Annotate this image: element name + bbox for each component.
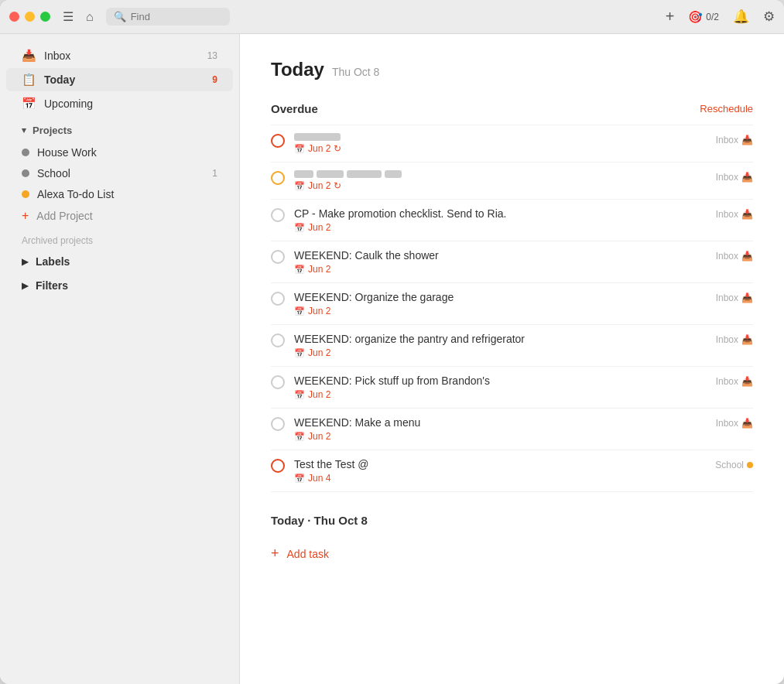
page-title: Today	[271, 59, 324, 80]
labels-item[interactable]: ▶ Labels	[6, 250, 233, 273]
filters-label: Filters	[36, 279, 68, 292]
task-meta: 📅 Jun 2	[294, 431, 707, 442]
task-date: Jun 2	[308, 222, 330, 233]
task-content: WEEKEND: Caulk the shower 📅 Jun 2	[294, 249, 707, 275]
task-meta: 📅 Jun 2 ↻	[294, 180, 707, 191]
progress-label: 0/2	[706, 12, 719, 22]
blur-block	[294, 133, 341, 141]
table-row[interactable]: CP - Make promotion checklist. Send to R…	[271, 200, 753, 241]
task-content: 📅 Jun 2 ↻	[294, 133, 707, 154]
inbox-task-icon: 📥	[741, 251, 753, 262]
task-date: Jun 2	[308, 347, 330, 358]
filters-item[interactable]: ▶ Filters	[6, 274, 233, 297]
inbox-task-icon: 📥	[741, 334, 753, 345]
task-title-blurred	[294, 170, 707, 178]
add-project-button[interactable]: + Add Project	[6, 205, 233, 227]
table-row[interactable]: WEEKEND: Organize the garage 📅 Jun 2 Inb…	[271, 283, 753, 325]
task-right: Inbox 📥	[716, 135, 753, 145]
titlebar-controls: ☰ ⌂ 🔍	[63, 8, 666, 26]
task-content: WEEKEND: Make a menu 📅 Jun 2	[294, 416, 707, 442]
calendar-icon: 📅	[294, 390, 305, 400]
task-right: School	[715, 460, 753, 470]
calendar-icon: 📅	[294, 265, 305, 275]
upcoming-label: Upcoming	[44, 97, 217, 110]
task-checkbox[interactable]	[271, 292, 285, 306]
task-date: Jun 2	[308, 264, 330, 275]
task-checkbox[interactable]	[271, 171, 285, 185]
add-project-icon: +	[22, 209, 29, 223]
add-task-icon: +	[271, 545, 279, 562]
school-count: 1	[212, 168, 217, 179]
home-icon[interactable]: ⌂	[86, 10, 94, 24]
projects-section-header[interactable]: ▾ Projects	[6, 120, 233, 141]
sidebar-item-today[interactable]: 📋 Today 9	[6, 68, 233, 91]
table-row[interactable]: WEEKEND: Caulk the shower 📅 Jun 2 Inbox …	[271, 241, 753, 283]
progress-badge: 🎯 0/2	[688, 10, 719, 24]
table-row[interactable]: 📅 Jun 2 ↻ Inbox 📥	[271, 125, 753, 162]
task-checkbox[interactable]	[271, 417, 285, 431]
repeat-icon: ↻	[334, 180, 341, 191]
task-date: Jun 2	[308, 180, 330, 191]
sidebar-item-housework[interactable]: House Work	[6, 142, 233, 162]
task-right: Inbox 📥	[716, 251, 753, 262]
close-button[interactable]	[9, 12, 19, 22]
school-dot	[22, 169, 29, 177]
calendar-icon: 📅	[294, 181, 305, 191]
table-row[interactable]: 📅 Jun 2 ↻ Inbox 📥	[271, 162, 753, 200]
labels-label: Labels	[36, 255, 70, 268]
main-layout: 📥 Inbox 13 📋 Today 9 📅 Upcoming ▾ Projec…	[0, 34, 784, 684]
add-task-row[interactable]: + Add task	[271, 539, 753, 568]
inbox-task-label: Inbox	[716, 135, 738, 145]
inbox-task-icon: 📥	[741, 292, 753, 303]
inbox-task-icon: 📥	[741, 418, 753, 429]
table-row[interactable]: WEEKEND: organize the pantry and refrige…	[271, 325, 753, 367]
housework-label: House Work	[37, 146, 217, 159]
calendar-icon: 📅	[294, 432, 305, 442]
sidebar-item-inbox[interactable]: 📥 Inbox 13	[6, 44, 233, 67]
search-input[interactable]	[131, 11, 216, 22]
maximize-button[interactable]	[40, 12, 50, 22]
task-content: 📅 Jun 2 ↻	[294, 170, 707, 191]
sidebar: 📥 Inbox 13 📋 Today 9 📅 Upcoming ▾ Projec…	[0, 34, 240, 684]
task-date: Jun 2	[308, 143, 330, 154]
task-checkbox[interactable]	[271, 208, 285, 222]
task-date: Jun 2	[308, 306, 330, 316]
sidebar-item-upcoming[interactable]: 📅 Upcoming	[6, 92, 233, 115]
table-row[interactable]: WEEKEND: Make a menu 📅 Jun 2 Inbox 📥	[271, 409, 753, 450]
alexa-label: Alexa To-do List	[37, 188, 217, 200]
inbox-task-icon: 📥	[741, 135, 753, 145]
overdue-title: Overdue	[271, 102, 318, 115]
task-date: Jun 2	[308, 389, 330, 400]
add-task-icon[interactable]: +	[666, 8, 675, 26]
today-label: Today	[44, 74, 204, 86]
calendar-icon: 📅	[294, 348, 305, 358]
table-row[interactable]: Test the Test @ 📅 Jun 4 School	[271, 450, 753, 492]
task-right: Inbox 📥	[716, 418, 753, 429]
task-checkbox[interactable]	[271, 375, 285, 389]
sidebar-item-alexa[interactable]: Alexa To-do List	[6, 184, 233, 204]
progress-icon: 🎯	[688, 10, 703, 24]
menu-icon[interactable]: ☰	[63, 9, 74, 24]
search-bar[interactable]: 🔍	[106, 8, 230, 26]
task-checkbox[interactable]	[271, 134, 285, 148]
bell-icon[interactable]: 🔔	[733, 9, 749, 25]
sidebar-item-school[interactable]: School 1	[6, 163, 233, 183]
task-meta: 📅 Jun 2 ↻	[294, 143, 707, 154]
reschedule-button[interactable]: Reschedule	[700, 103, 753, 115]
inbox-task-label: Inbox	[716, 334, 738, 345]
task-title: CP - Make promotion checklist. Send to R…	[294, 207, 707, 220]
task-right: Inbox 📥	[716, 209, 753, 220]
add-project-label: Add Project	[36, 210, 92, 222]
add-task-label: Add task	[287, 548, 329, 560]
task-checkbox[interactable]	[271, 250, 285, 264]
task-right: Inbox 📥	[716, 292, 753, 303]
gear-icon[interactable]: ⚙	[763, 9, 775, 25]
table-row[interactable]: WEEKEND: Pick stuff up from Brandon's 📅 …	[271, 367, 753, 409]
housework-dot	[22, 149, 29, 156]
task-checkbox[interactable]	[271, 459, 285, 473]
titlebar: ☰ ⌂ 🔍 + 🎯 0/2 🔔 ⚙	[0, 0, 784, 34]
minimize-button[interactable]	[25, 12, 35, 22]
inbox-task-label: Inbox	[716, 292, 738, 303]
task-meta: 📅 Jun 2	[294, 264, 707, 275]
task-checkbox[interactable]	[271, 333, 285, 347]
